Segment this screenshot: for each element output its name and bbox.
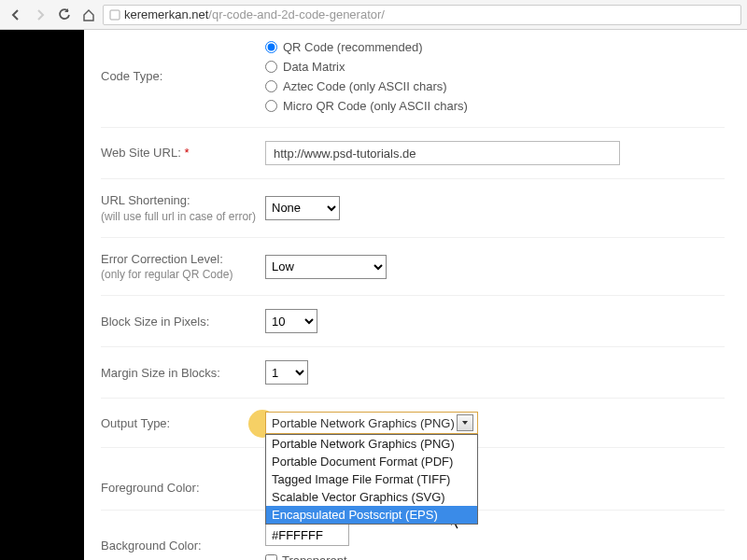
- output-type-dropdown: Portable Network Graphics (PNG) Portable…: [265, 434, 478, 525]
- dd-option-eps[interactable]: Encapsulated Postscript (EPS): [266, 506, 477, 524]
- label-fg-color: Foreground Color:: [101, 480, 265, 497]
- label-code-type: Code Type:: [101, 68, 265, 85]
- svg-rect-0: [110, 10, 120, 20]
- radio-input[interactable]: [265, 80, 277, 92]
- forward-button[interactable]: [30, 5, 50, 25]
- label-web-url: Web Site URL: *: [101, 145, 265, 161]
- dd-option-pdf[interactable]: Portable Document Format (PDF): [266, 453, 477, 470]
- row-code-type: Code Type: QR Code (recommended) Data Ma…: [101, 30, 725, 127]
- url-path: /qr-code-and-2d-code-generator/: [208, 7, 385, 21]
- dd-option-png[interactable]: Portable Network Graphics (PNG): [266, 435, 477, 453]
- reload-button[interactable]: [54, 5, 75, 25]
- row-error-correction: Error Correction Level:(only for regular…: [101, 237, 725, 296]
- label-bg-color: Background Color:: [101, 538, 265, 554]
- row-url-shortening: URL Shortening:(will use full url in cas…: [101, 178, 725, 237]
- url-shortening-select[interactable]: None: [265, 196, 340, 220]
- web-url-input[interactable]: [265, 141, 620, 165]
- transparent-checkbox[interactable]: Transparent: [265, 553, 725, 560]
- radio-input[interactable]: [265, 41, 277, 53]
- radio-input[interactable]: [265, 100, 277, 112]
- dd-option-tiff[interactable]: Tagged Image File Format (TIFF): [266, 470, 477, 488]
- label-block-size: Block Size in Pixels:: [101, 314, 265, 330]
- row-output-type: Output Type: Portable Network Graphics (…: [101, 398, 725, 447]
- radio-aztec[interactable]: Aztec Code (only ASCII chars): [265, 79, 725, 93]
- row-block-size: Block Size in Pixels: 10: [101, 295, 725, 346]
- left-sidebar: [0, 30, 84, 560]
- back-button[interactable]: [6, 5, 26, 25]
- margin-size-select[interactable]: 1: [265, 360, 308, 385]
- radio-input[interactable]: [265, 61, 277, 73]
- radio-data-matrix[interactable]: Data Matrix: [265, 60, 725, 74]
- radio-micro-qr[interactable]: Micro QR Code (only ASCII chars): [265, 99, 725, 113]
- label-output-type: Output Type:: [101, 415, 265, 432]
- output-type-selected: Portable Network Graphics (PNG): [272, 416, 455, 430]
- row-margin-size: Margin Size in Blocks: 1: [101, 346, 725, 398]
- label-margin-size: Margin Size in Blocks:: [101, 365, 265, 382]
- bg-color-input[interactable]: [265, 524, 349, 546]
- form-area: Code Type: QR Code (recommended) Data Ma…: [84, 30, 747, 560]
- error-correction-select[interactable]: Low: [265, 255, 387, 279]
- block-size-select[interactable]: 10: [265, 309, 317, 333]
- radio-qr-code[interactable]: QR Code (recommended): [265, 40, 725, 54]
- address-bar[interactable]: keremerkan.net/qr-code-and-2d-code-gener…: [103, 5, 741, 25]
- chevron-down-icon[interactable]: [457, 414, 473, 431]
- browser-toolbar: keremerkan.net/qr-code-and-2d-code-gener…: [0, 0, 747, 30]
- checkbox-input[interactable]: [265, 554, 277, 560]
- output-type-select[interactable]: Portable Network Graphics (PNG) Portable…: [265, 412, 725, 434]
- dd-option-svg[interactable]: Scalable Vector Graphics (SVG): [266, 488, 477, 506]
- home-button[interactable]: [78, 5, 99, 25]
- url-host: keremerkan.net: [124, 7, 208, 21]
- row-web-url: Web Site URL: *: [101, 127, 725, 178]
- label-url-shortening: URL Shortening:(will use full url in cas…: [101, 192, 265, 224]
- label-error-correction: Error Correction Level:(only for regular…: [101, 251, 265, 283]
